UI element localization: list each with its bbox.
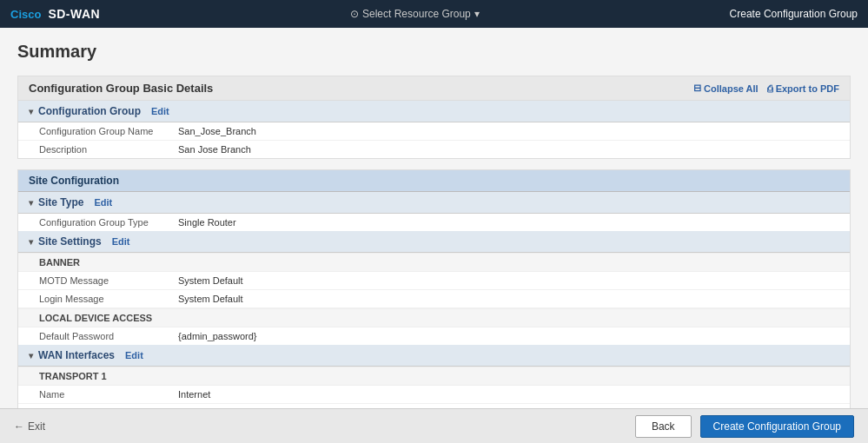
chevron-down-icon-wan: ▾: [29, 351, 33, 360]
config-group-label: Configuration Group: [38, 105, 141, 117]
config-basic-details-title: Configuration Group Basic Details: [29, 82, 213, 95]
chevron-down-icon: ▾: [29, 107, 33, 116]
collapse-all-button[interactable]: ⊟ Collapse All: [693, 83, 759, 94]
exit-area[interactable]: ← Exit: [14, 420, 45, 433]
field-value-config-group-type: Single Router: [178, 217, 236, 228]
table-row: Configuration Group Name San_Jose_Branch: [18, 122, 850, 141]
resource-group-icon: ⊙: [350, 8, 359, 20]
field-value-wan-type: public-Internet: [178, 407, 239, 408]
basic-details-actions: ⊟ Collapse All ⎙ Export to PDF: [693, 83, 839, 94]
site-settings-edit-link[interactable]: Edit: [112, 236, 130, 247]
step-indicator: Create Configuration Group: [730, 8, 858, 20]
table-row: Default Password {admin_password}: [18, 327, 850, 345]
exit-icon: ←: [14, 420, 24, 433]
config-group-subsection-header: ▾ Configuration Group Edit: [18, 101, 850, 122]
field-value-config-name: San_Jose_Branch: [178, 126, 256, 136]
config-group-edit-link[interactable]: Edit: [151, 106, 169, 116]
site-settings-fields: BANNER MOTD Message System Default Login…: [18, 253, 850, 345]
site-settings-label: Site Settings: [38, 235, 102, 248]
site-config-header: Site Configuration: [18, 170, 850, 192]
field-value-login-msg: System Default: [178, 294, 243, 304]
field-label-wan-name: Name: [39, 389, 178, 400]
main-content: Summary Configuration Group Basic Detail…: [0, 28, 868, 408]
transport-1-label: TRANSPORT 1: [18, 367, 850, 386]
field-value-description: San Jose Branch: [178, 144, 251, 155]
product-name: SD-WAN: [48, 7, 100, 21]
wan-interfaces-edit-link[interactable]: Edit: [125, 350, 143, 360]
wan-interfaces-fields: TRANSPORT 1 Name Internet Type public-In…: [18, 367, 850, 408]
site-config-section: Site Configuration ▾ Site Type Edit Conf…: [17, 169, 851, 408]
field-value-motd: System Default: [178, 275, 243, 286]
footer: ← Exit Back Create Configuration Group: [0, 408, 868, 443]
site-type-subsection-header: ▾ Site Type Edit: [18, 192, 850, 214]
step-label: Create Configuration Group: [730, 8, 858, 20]
field-label-config-name: Configuration Group Name: [39, 126, 178, 136]
banner-group-label: BANNER: [18, 253, 850, 272]
logo-area: Cisco SD-WAN: [10, 7, 100, 21]
field-label-motd: MOTD Message: [39, 275, 178, 286]
export-pdf-button[interactable]: ⎙ Export to PDF: [767, 83, 839, 94]
site-type-label: Site Type: [38, 196, 83, 208]
table-row: Login Message System Default: [18, 290, 850, 308]
footer-actions: Back Create Configuration Group: [635, 415, 854, 438]
table-row: Description San Jose Branch: [18, 141, 850, 158]
field-label-config-group-type: Configuration Group Type: [39, 217, 178, 228]
table-row: MOTD Message System Default: [18, 272, 850, 290]
table-row: Configuration Group Type Single Router: [18, 214, 850, 231]
field-label-wan-type: Type: [39, 407, 178, 408]
chevron-down-icon-site-settings: ▾: [29, 237, 33, 247]
local-device-access-label: LOCAL DEVICE ACCESS: [18, 308, 850, 327]
app-header: Cisco SD-WAN ⊙ Select Resource Group ▾ C…: [0, 0, 868, 28]
site-config-title: Site Configuration: [29, 175, 119, 187]
chevron-down-icon-site-type: ▾: [29, 198, 33, 208]
field-label-login-msg: Login Message: [39, 294, 178, 304]
site-settings-subsection-header: ▾ Site Settings Edit: [18, 231, 850, 253]
config-basic-details-section: Configuration Group Basic Details ⊟ Coll…: [17, 76, 851, 159]
site-type-edit-link[interactable]: Edit: [94, 197, 112, 208]
config-basic-details-header: Configuration Group Basic Details ⊟ Coll…: [18, 76, 850, 101]
back-button[interactable]: Back: [635, 415, 692, 438]
resource-group-chevron: ▾: [474, 8, 480, 20]
table-row: Name Internet: [18, 386, 850, 404]
field-value-default-password: {admin_password}: [178, 331, 257, 341]
resource-group-selector[interactable]: ⊙ Select Resource Group ▾: [350, 8, 480, 20]
wan-interfaces-label: WAN Interfaces: [38, 349, 115, 361]
field-value-wan-name: Internet: [178, 389, 210, 400]
field-label-default-password: Default Password: [39, 331, 178, 341]
resource-group-label: Select Resource Group: [362, 8, 471, 20]
export-icon: ⎙: [767, 83, 773, 94]
create-config-group-button[interactable]: Create Configuration Group: [700, 415, 854, 438]
config-group-fields: Configuration Group Name San_Jose_Branch…: [18, 122, 850, 158]
page-title: Summary: [17, 42, 851, 62]
exit-label: Exit: [28, 420, 45, 433]
wan-interfaces-subsection-header: ▾ WAN Interfaces Edit: [18, 345, 850, 367]
field-label-description: Description: [39, 144, 178, 155]
collapse-icon: ⊟: [693, 83, 701, 94]
site-type-fields: Configuration Group Type Single Router: [18, 214, 850, 231]
cisco-logo: Cisco: [10, 8, 41, 21]
